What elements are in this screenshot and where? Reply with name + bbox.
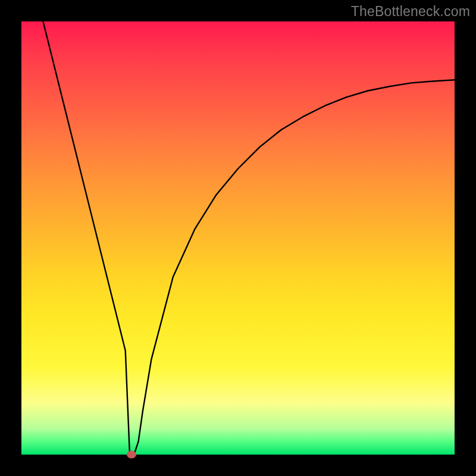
- chart-stage: TheBottleneck.com: [0, 0, 476, 476]
- watermark-text: TheBottleneck.com: [351, 4, 470, 20]
- bottleneck-curve: [21, 21, 455, 455]
- optimal-point-marker: [127, 451, 136, 459]
- plot-area: [21, 21, 455, 455]
